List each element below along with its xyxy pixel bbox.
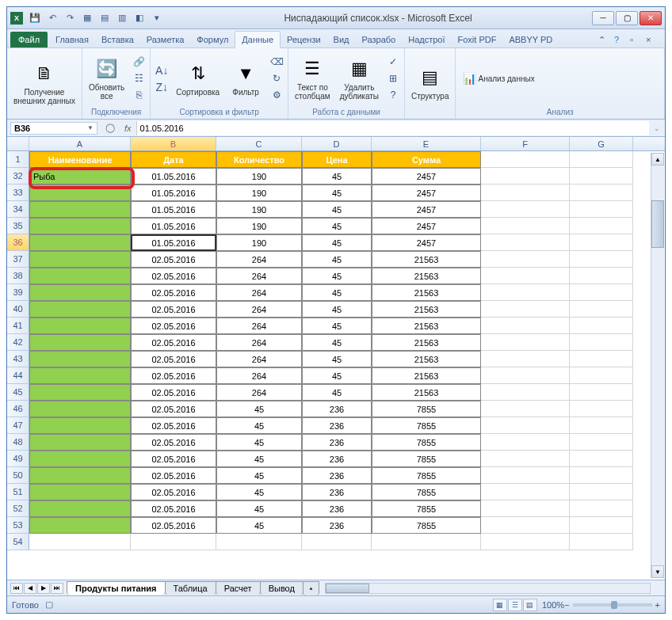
- qat-dropdown-icon[interactable]: ▾: [150, 11, 164, 25]
- vertical-scrollbar[interactable]: ▲ ▼: [651, 153, 664, 578]
- cell[interactable]: [570, 301, 633, 318]
- cell[interactable]: [481, 367, 570, 384]
- col-header-e[interactable]: E: [372, 137, 481, 150]
- cell[interactable]: [570, 201, 633, 218]
- cell[interactable]: 190: [216, 234, 302, 251]
- cell[interactable]: 264: [216, 384, 302, 401]
- cell[interactable]: [481, 284, 570, 301]
- cell[interactable]: 45: [302, 301, 372, 318]
- name-box[interactable]: ▼: [10, 122, 97, 135]
- minimize-ribbon-icon[interactable]: ⌃: [598, 35, 611, 48]
- cell[interactable]: [570, 284, 633, 301]
- cell[interactable]: 02.05.2016: [131, 401, 216, 417]
- col-header-f[interactable]: F: [481, 137, 570, 150]
- cell[interactable]: [481, 301, 570, 318]
- cell[interactable]: 7855: [372, 500, 481, 517]
- cell[interactable]: [29, 517, 131, 534]
- tab-formulas[interactable]: Формул: [190, 32, 235, 48]
- cell[interactable]: 236: [302, 500, 372, 517]
- cell[interactable]: 21563: [372, 284, 481, 301]
- row-header[interactable]: 54: [7, 534, 29, 550]
- cell[interactable]: 264: [216, 251, 302, 268]
- redo-icon[interactable]: ↷: [63, 11, 77, 25]
- cell[interactable]: [570, 334, 633, 351]
- tab-home[interactable]: Главная: [49, 32, 95, 48]
- minimize-button[interactable]: ─: [592, 11, 614, 25]
- cell[interactable]: 02.05.2016: [131, 251, 216, 268]
- sort-asc-icon[interactable]: A↓: [154, 63, 170, 78]
- cell[interactable]: [481, 517, 570, 534]
- table-header-cell[interactable]: Дата: [131, 151, 216, 168]
- cell[interactable]: [481, 168, 570, 184]
- cell[interactable]: [29, 268, 131, 284]
- cell[interactable]: 02.05.2016: [131, 318, 216, 334]
- sheet-nav-last-icon[interactable]: ⏭: [51, 583, 63, 594]
- cell[interactable]: [570, 467, 633, 484]
- zoom-in-icon[interactable]: +: [655, 600, 660, 610]
- text-to-columns-button[interactable]: ☰ Текст по столбцам: [292, 55, 334, 102]
- remove-duplicates-button[interactable]: ▦ Удалить дубликаты: [337, 55, 382, 102]
- cell[interactable]: [29, 484, 131, 500]
- cell[interactable]: 45: [216, 401, 302, 417]
- cell[interactable]: [481, 467, 570, 484]
- cell[interactable]: 236: [302, 401, 372, 417]
- cell[interactable]: 21563: [372, 334, 481, 351]
- cell[interactable]: 21563: [372, 301, 481, 318]
- cell[interactable]: Рыба: [29, 168, 131, 184]
- cell[interactable]: 190: [216, 201, 302, 218]
- normal-view-icon[interactable]: ▦: [493, 599, 507, 611]
- cell[interactable]: 45: [302, 384, 372, 401]
- row-header[interactable]: 53: [7, 517, 29, 534]
- cell[interactable]: [570, 534, 633, 550]
- cell[interactable]: 02.05.2016: [131, 434, 216, 451]
- properties-icon[interactable]: ☷: [131, 70, 147, 86]
- cell[interactable]: 02.05.2016: [131, 451, 216, 467]
- row-header[interactable]: 49: [7, 451, 29, 467]
- table-header-cell[interactable]: Количество: [216, 151, 302, 168]
- cell[interactable]: 02.05.2016: [131, 301, 216, 318]
- scroll-down-icon[interactable]: ▼: [651, 565, 664, 578]
- row-header[interactable]: 45: [7, 384, 29, 401]
- cell[interactable]: 7855: [372, 451, 481, 467]
- cell[interactable]: [570, 184, 633, 201]
- col-header-g[interactable]: G: [570, 137, 633, 150]
- cell[interactable]: [570, 234, 633, 251]
- outline-button[interactable]: ▤ Структура: [408, 63, 452, 102]
- cell[interactable]: 45: [302, 168, 372, 184]
- sort-button[interactable]: ⇅ Сортировка: [173, 59, 223, 98]
- cell[interactable]: 2457: [372, 218, 481, 234]
- cell[interactable]: [29, 467, 131, 484]
- cell[interactable]: 01.05.2016: [131, 234, 216, 251]
- filter-button[interactable]: ▼ Фильтр: [226, 59, 265, 98]
- row-header[interactable]: 47: [7, 417, 29, 434]
- col-header-a[interactable]: A: [29, 137, 131, 150]
- qat-btn[interactable]: ▥: [115, 11, 129, 25]
- cell[interactable]: 264: [216, 334, 302, 351]
- cell[interactable]: 45: [302, 218, 372, 234]
- row-header[interactable]: 42: [7, 334, 29, 351]
- cell[interactable]: 264: [216, 284, 302, 301]
- cell[interactable]: [481, 401, 570, 417]
- cell[interactable]: [481, 201, 570, 218]
- cell[interactable]: [29, 534, 131, 550]
- cell[interactable]: [570, 151, 633, 168]
- cell[interactable]: 190: [216, 168, 302, 184]
- cell[interactable]: 02.05.2016: [131, 334, 216, 351]
- cell[interactable]: [481, 451, 570, 467]
- tab-abbyy[interactable]: ABBYY PD: [502, 32, 559, 48]
- cell[interactable]: [29, 401, 131, 417]
- cell[interactable]: 264: [216, 367, 302, 384]
- cell[interactable]: 45: [302, 184, 372, 201]
- cell[interactable]: 01.05.2016: [131, 184, 216, 201]
- cell[interactable]: [29, 384, 131, 401]
- table-header-cell[interactable]: Сумма: [372, 151, 481, 168]
- reapply-icon[interactable]: ↻: [269, 70, 284, 86]
- row-header[interactable]: 38: [7, 268, 29, 284]
- cell[interactable]: 02.05.2016: [131, 517, 216, 534]
- cell[interactable]: 236: [302, 451, 372, 467]
- cell[interactable]: [481, 251, 570, 268]
- horizontal-scrollbar[interactable]: [325, 583, 651, 594]
- col-header-c[interactable]: C: [216, 137, 302, 150]
- row-header[interactable]: 36: [7, 234, 29, 251]
- row-header[interactable]: 33: [7, 184, 29, 201]
